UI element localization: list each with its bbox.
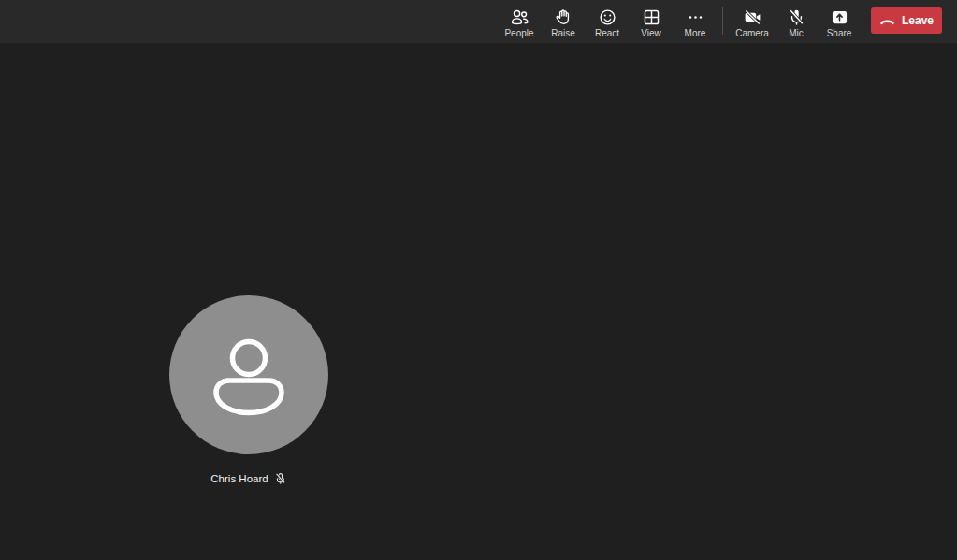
hangup-phone-icon	[879, 16, 895, 26]
person-icon	[169, 295, 328, 454]
raise-hand-icon	[554, 7, 573, 27]
mic-off-icon	[787, 7, 806, 27]
react-smiley-icon	[598, 7, 617, 27]
participant-name: Chris Hoard	[210, 472, 268, 485]
mic-toggle-button[interactable]: Mic	[775, 0, 818, 43]
raise-hand-button-label: Raise	[551, 28, 575, 38]
view-button-label: View	[641, 28, 661, 38]
people-button-label: People	[504, 28, 533, 38]
view-button[interactable]: View	[630, 0, 673, 43]
meeting-stage: Chris Hoard	[0, 43, 957, 560]
raise-hand-button[interactable]: Raise	[542, 0, 585, 43]
share-button[interactable]: Share	[818, 0, 861, 43]
react-button[interactable]: React	[586, 0, 629, 43]
leave-button[interactable]: Leave	[871, 7, 942, 34]
more-button-label: More	[685, 28, 706, 38]
view-grid-icon	[642, 7, 661, 27]
meeting-toolbar: People Raise React	[0, 0, 957, 43]
people-button[interactable]: People	[498, 0, 541, 43]
toolbar-divider	[722, 7, 723, 35]
participant-mic-muted-icon	[274, 472, 287, 485]
mic-button-label: Mic	[789, 28, 804, 38]
participant-avatar	[169, 295, 328, 454]
react-button-label: React	[595, 28, 619, 38]
participant-nameplate: Chris Hoard	[169, 471, 328, 486]
people-icon	[510, 7, 529, 27]
meeting-window: People Raise React	[0, 0, 957, 560]
share-screen-icon	[830, 7, 849, 27]
camera-toggle-button[interactable]: Camera	[731, 0, 774, 43]
more-button[interactable]: More	[674, 0, 717, 43]
more-dots-icon	[686, 7, 705, 27]
share-button-label: Share	[827, 28, 852, 38]
camera-button-label: Camera	[735, 28, 769, 38]
leave-button-label: Leave	[902, 15, 934, 26]
camera-off-icon	[743, 7, 762, 27]
